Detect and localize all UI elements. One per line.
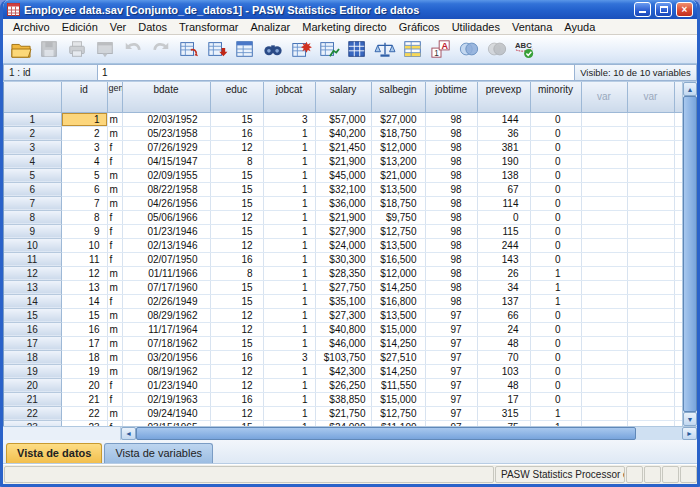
table-cell[interactable] bbox=[627, 294, 674, 308]
table-cell[interactable]: 15 bbox=[210, 224, 263, 238]
table-cell[interactable]: 1 bbox=[263, 182, 315, 196]
table-cell[interactable]: 0 bbox=[530, 224, 581, 238]
table-cell[interactable]: 02/07/1950 bbox=[122, 252, 210, 266]
table-cell[interactable]: 0 bbox=[530, 336, 581, 350]
table-cell[interactable]: 0 bbox=[530, 126, 581, 140]
table-cell[interactable]: 0 bbox=[530, 322, 581, 336]
row-number[interactable]: 11 bbox=[4, 252, 61, 266]
table-cell[interactable]: 15 bbox=[210, 280, 263, 294]
column-header-var[interactable]: var bbox=[627, 82, 674, 112]
table-cell[interactable]: $13,500 bbox=[371, 182, 425, 196]
table-cell[interactable] bbox=[674, 266, 682, 280]
table-cell[interactable] bbox=[581, 210, 627, 224]
table-cell[interactable]: 16 bbox=[61, 322, 107, 336]
table-cell[interactable]: f bbox=[107, 238, 122, 252]
tab-vista-de-datos[interactable]: Vista de datos bbox=[6, 443, 102, 463]
table-cell[interactable]: f bbox=[107, 392, 122, 406]
table-cell[interactable]: $35,100 bbox=[315, 294, 371, 308]
table-cell[interactable]: m bbox=[107, 308, 122, 322]
table-cell[interactable]: 3 bbox=[61, 140, 107, 154]
table-cell[interactable]: $27,000 bbox=[371, 112, 425, 126]
table-cell[interactable]: 0 bbox=[530, 154, 581, 168]
table-cell[interactable]: 9 bbox=[61, 224, 107, 238]
table-cell[interactable] bbox=[581, 350, 627, 364]
table-cell[interactable]: $18,750 bbox=[371, 196, 425, 210]
grid-corner[interactable] bbox=[4, 82, 61, 112]
table-cell[interactable]: m bbox=[107, 364, 122, 378]
table-cell[interactable]: 143 bbox=[477, 252, 530, 266]
table-cell[interactable] bbox=[674, 378, 682, 392]
table-cell[interactable] bbox=[581, 112, 627, 126]
table-cell[interactable]: $12,750 bbox=[371, 406, 425, 420]
row-number[interactable]: 14 bbox=[4, 294, 61, 308]
table-cell[interactable]: $15,000 bbox=[371, 392, 425, 406]
table-cell[interactable]: 11 bbox=[61, 252, 107, 266]
menu-graficos[interactable]: Gráficos bbox=[393, 20, 446, 34]
table-cell[interactable]: 34 bbox=[477, 280, 530, 294]
table-cell[interactable]: 05/06/1966 bbox=[122, 210, 210, 224]
table-cell[interactable]: 09/24/1940 bbox=[122, 406, 210, 420]
table-cell[interactable]: 98 bbox=[425, 238, 477, 252]
table-cell[interactable] bbox=[627, 154, 674, 168]
insert-variable-icon[interactable] bbox=[315, 37, 343, 62]
table-cell[interactable]: $26,250 bbox=[315, 378, 371, 392]
table-cell[interactable] bbox=[674, 392, 682, 406]
table-cell[interactable] bbox=[627, 392, 674, 406]
menu-ver[interactable]: Ver bbox=[104, 20, 133, 34]
table-cell[interactable]: $36,000 bbox=[315, 196, 371, 210]
table-cell[interactable]: 1 bbox=[263, 308, 315, 322]
table-cell[interactable]: $40,800 bbox=[315, 322, 371, 336]
table-cell[interactable]: 1 bbox=[263, 196, 315, 210]
table-cell[interactable]: $27,900 bbox=[315, 224, 371, 238]
table-cell[interactable]: 315 bbox=[477, 406, 530, 420]
table-cell[interactable]: 0 bbox=[530, 182, 581, 196]
table-cell[interactable]: 12 bbox=[210, 238, 263, 252]
table-cell[interactable]: 67 bbox=[477, 182, 530, 196]
table-cell[interactable]: 97 bbox=[425, 392, 477, 406]
column-header-minority[interactable]: minority bbox=[530, 82, 581, 112]
table-cell[interactable]: 97 bbox=[425, 336, 477, 350]
table-cell[interactable]: 1 bbox=[61, 112, 107, 126]
scroll-right-icon[interactable]: ► bbox=[682, 427, 697, 440]
table-cell[interactable]: 1 bbox=[263, 336, 315, 350]
table-cell[interactable] bbox=[627, 350, 674, 364]
table-cell[interactable]: 04/26/1956 bbox=[122, 196, 210, 210]
table-cell[interactable]: 5 bbox=[61, 168, 107, 182]
table-cell[interactable]: 01/23/1946 bbox=[122, 224, 210, 238]
table-cell[interactable] bbox=[674, 168, 682, 182]
row-number[interactable]: 12 bbox=[4, 266, 61, 280]
table-cell[interactable]: 98 bbox=[425, 154, 477, 168]
table-cell[interactable]: 12 bbox=[210, 308, 263, 322]
close-button[interactable]: × bbox=[676, 2, 693, 17]
column-header-var[interactable]: var bbox=[581, 82, 627, 112]
table-cell[interactable] bbox=[627, 308, 674, 322]
table-cell[interactable]: 98 bbox=[425, 140, 477, 154]
table-cell[interactable]: 0 bbox=[530, 140, 581, 154]
spell-check-icon[interactable]: ABC bbox=[511, 37, 539, 62]
table-cell[interactable]: 17 bbox=[61, 336, 107, 350]
table-cell[interactable]: 15 bbox=[210, 182, 263, 196]
table-cell[interactable] bbox=[627, 336, 674, 350]
table-cell[interactable]: 17 bbox=[477, 392, 530, 406]
column-header-educ[interactable]: educ bbox=[210, 82, 263, 112]
table-cell[interactable]: m bbox=[107, 112, 122, 126]
insert-cases-icon[interactable] bbox=[287, 37, 315, 62]
variables-icon[interactable] bbox=[231, 37, 259, 62]
table-cell[interactable]: 8 bbox=[210, 266, 263, 280]
table-cell[interactable]: 15 bbox=[210, 112, 263, 126]
table-cell[interactable]: 01/11/1966 bbox=[122, 266, 210, 280]
row-number[interactable]: 22 bbox=[4, 406, 61, 420]
table-cell[interactable] bbox=[674, 224, 682, 238]
table-cell[interactable]: $21,750 bbox=[315, 406, 371, 420]
table-cell[interactable]: 02/09/1955 bbox=[122, 168, 210, 182]
table-cell[interactable]: 98 bbox=[425, 168, 477, 182]
table-cell[interactable] bbox=[581, 154, 627, 168]
menu-archivo[interactable]: Archivo bbox=[7, 20, 56, 34]
table-cell[interactable] bbox=[627, 210, 674, 224]
table-cell[interactable] bbox=[581, 224, 627, 238]
column-header-jobtime[interactable]: jobtime bbox=[425, 82, 477, 112]
table-cell[interactable]: 2 bbox=[61, 126, 107, 140]
column-header-filler[interactable] bbox=[674, 82, 682, 112]
table-cell[interactable]: 98 bbox=[425, 294, 477, 308]
table-cell[interactable] bbox=[627, 182, 674, 196]
